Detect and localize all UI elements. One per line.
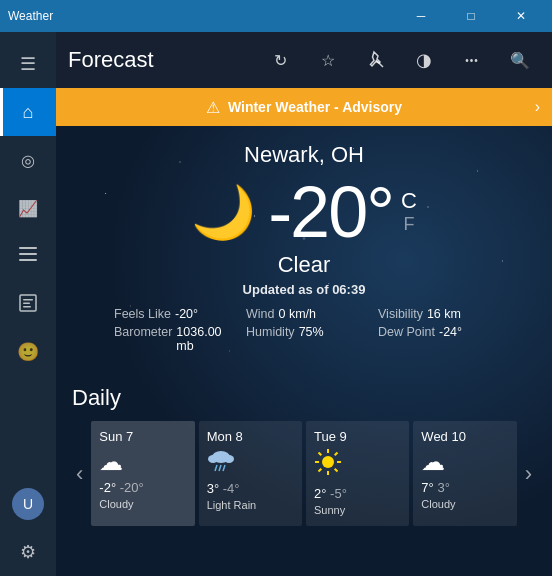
humidity-value: 75%: [299, 325, 324, 353]
svg-rect-0: [19, 247, 37, 249]
day-lo-3: 3°: [437, 480, 449, 495]
day-condition-0: Cloudy: [99, 498, 186, 510]
svg-line-12: [219, 465, 221, 471]
advisory-banner[interactable]: ⚠ Winter Weather - Advisory ›: [56, 88, 552, 126]
weather-condition-icon: 🌙: [191, 186, 256, 238]
favorite-button[interactable]: ☆: [308, 40, 348, 80]
daily-cards: Sun 7 ☁ -2° -20° Cloudy Mon 8: [91, 421, 516, 526]
day-condition-3: Cloudy: [421, 498, 508, 510]
barometer-detail: Barometer 1036.00 mb: [114, 325, 230, 353]
feels-like-label: Feels Like: [114, 307, 171, 321]
main: Forecast ↻ ☆ ◑ ••• 🔍 ⚠ Winter Weather - …: [56, 32, 552, 576]
updated-time: Updated as of 06:39: [76, 282, 532, 297]
day-card-1[interactable]: Mon 8: [199, 421, 302, 526]
wind-label: Wind: [246, 307, 274, 321]
sidebar-item-radar[interactable]: ◎: [0, 136, 56, 184]
hamburger-icon: ☰: [20, 53, 36, 75]
city-name: Newark, OH: [76, 142, 532, 168]
day-label-0: Sun 7: [99, 429, 186, 444]
feels-icon: 🙂: [17, 341, 39, 363]
humidity-detail: Humidity 75%: [246, 325, 362, 353]
svg-line-21: [335, 453, 338, 456]
svg-line-11: [215, 465, 217, 471]
day-hi-3: 7°: [421, 480, 433, 495]
weather-details: Feels Like -20° Wind 0 km/h Visibility 1…: [114, 307, 494, 353]
day-label-3: Wed 10: [421, 429, 508, 444]
advisory-warning-icon: ⚠: [206, 98, 220, 117]
svg-rect-6: [23, 306, 31, 308]
pin-button[interactable]: [356, 40, 396, 80]
sidebar-avatar-item[interactable]: U: [0, 480, 56, 528]
dew-point-detail: Dew Point -24°: [378, 325, 494, 353]
svg-point-9: [208, 455, 218, 463]
visibility-detail: Visibility 16 km: [378, 307, 494, 321]
sidebar-item-home[interactable]: ⌂: [0, 88, 56, 136]
advisory-arrow-icon: ›: [535, 98, 540, 116]
svg-rect-2: [19, 259, 37, 261]
feels-like-value: -20°: [175, 307, 198, 321]
details-icon: [19, 294, 37, 315]
night-mode-button[interactable]: ◑: [404, 40, 444, 80]
refresh-button[interactable]: ↻: [260, 40, 300, 80]
temperature-row: 🌙 -20° C F: [76, 176, 532, 248]
unit-toggle[interactable]: C F: [401, 188, 417, 236]
daily-section: Daily ‹ Sun 7 ☁ -2° -20° Cloudy: [56, 385, 552, 542]
sidebar-item-details[interactable]: [0, 280, 56, 328]
wind-value: 0 km/h: [278, 307, 316, 321]
day-icon-2: [314, 448, 401, 482]
visibility-label: Visibility: [378, 307, 423, 321]
svg-line-22: [319, 469, 322, 472]
sidebar-item-list[interactable]: [0, 232, 56, 280]
svg-line-20: [335, 469, 338, 472]
day-lo-1: -4°: [223, 481, 240, 496]
svg-point-14: [322, 456, 334, 468]
dew-point-label: Dew Point: [378, 325, 435, 353]
avatar: U: [12, 488, 44, 520]
day-card-3[interactable]: Wed 10 ☁ 7° 3° Cloudy: [413, 421, 516, 526]
day-label-2: Tue 9: [314, 429, 401, 444]
svg-rect-5: [23, 302, 30, 304]
sidebar-menu-icon[interactable]: ☰: [0, 40, 56, 88]
maximize-button[interactable]: □: [448, 0, 494, 32]
svg-line-13: [223, 465, 225, 471]
temperature-value: -20°: [268, 176, 393, 248]
day-card-0[interactable]: Sun 7 ☁ -2° -20° Cloudy: [91, 421, 194, 526]
titlebar: Weather ─ □ ✕: [0, 0, 552, 32]
svg-point-10: [224, 455, 234, 463]
sidebar-bottom: U ⚙: [0, 480, 56, 576]
celsius-unit: C: [401, 188, 417, 214]
settings-icon: ⚙: [20, 541, 36, 563]
day-temps-0: -2° -20°: [99, 480, 186, 495]
svg-line-19: [319, 453, 322, 456]
weather-inner: Newark, OH 🌙 -20° C F Clear Updated as o…: [56, 126, 552, 385]
app: ☰ ⌂ ◎ 📈: [0, 32, 552, 576]
page-title: Forecast: [68, 47, 252, 73]
day-lo-2: -5°: [330, 486, 347, 501]
more-button[interactable]: •••: [452, 40, 492, 80]
scroll-right-button[interactable]: ›: [521, 461, 536, 487]
day-card-2[interactable]: Tue 9: [306, 421, 409, 526]
close-button[interactable]: ✕: [498, 0, 544, 32]
search-button[interactable]: 🔍: [500, 40, 540, 80]
day-icon-0: ☁: [99, 448, 186, 476]
daily-scroll-wrapper: ‹ Sun 7 ☁ -2° -20° Cloudy: [72, 421, 536, 526]
day-icon-1: [207, 448, 294, 477]
day-lo-0: -20°: [120, 480, 144, 495]
barometer-label: Barometer: [114, 325, 172, 353]
svg-rect-1: [19, 253, 37, 255]
fahrenheit-unit: F: [401, 214, 417, 236]
day-hi-2: 2°: [314, 486, 326, 501]
sidebar-item-feels[interactable]: 🙂: [0, 328, 56, 376]
day-icon-3: ☁: [421, 448, 508, 476]
radar-icon: ◎: [21, 151, 35, 170]
day-hi-0: -2°: [99, 480, 116, 495]
day-condition-2: Sunny: [314, 504, 401, 516]
sidebar-settings[interactable]: ⚙: [0, 528, 56, 576]
scroll-left-button[interactable]: ‹: [72, 461, 87, 487]
day-temps-1: 3° -4°: [207, 481, 294, 496]
sidebar-item-charts[interactable]: 📈: [0, 184, 56, 232]
minimize-button[interactable]: ─: [398, 0, 444, 32]
weather-content: Newark, OH 🌙 -20° C F Clear Updated as o…: [56, 126, 552, 576]
svg-rect-4: [23, 299, 33, 301]
app-title: Weather: [8, 9, 53, 23]
